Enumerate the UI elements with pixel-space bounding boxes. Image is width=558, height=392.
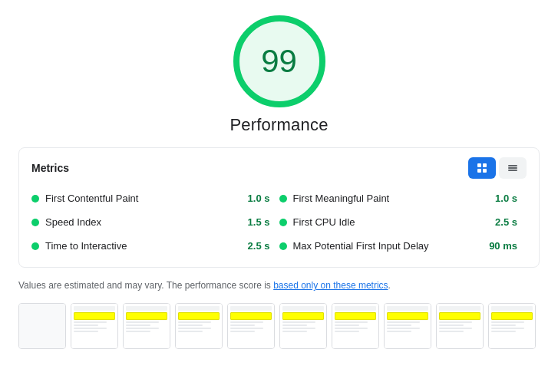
metric-name-fid: Max Potential First Input Delay [293, 240, 483, 252]
frame-line [491, 328, 524, 329]
metric-value-si: 1.5 s [241, 216, 279, 228]
frame-yellow [74, 312, 115, 320]
frame-line [282, 324, 307, 326]
list-icon [507, 162, 519, 174]
svg-rect-5 [508, 167, 517, 169]
frame-line [126, 321, 159, 323]
frame-header [178, 306, 220, 311]
metrics-grid: First Contentful Paint 1.0 s First Meani… [31, 186, 527, 258]
metric-value-fci: 2.5 s [488, 216, 527, 228]
filmstrip-frame-8 [436, 303, 484, 349]
frame-yellow [178, 312, 220, 320]
metric-value-fcp: 1.0 s [241, 193, 279, 204]
frame-line [126, 331, 150, 332]
frame-header [282, 306, 324, 311]
metric-name-tti: Time to Interactive [45, 240, 235, 252]
score-section: 99 Performance [18, 15, 540, 135]
metric-name-fci: First CPU Idle [293, 216, 483, 228]
frame-line [126, 328, 159, 329]
note-link[interactable]: based only on these metrics [273, 280, 388, 291]
frame-line [387, 324, 411, 326]
frame-header [491, 306, 533, 311]
metric-time-to-interactive: Time to Interactive 2.5 s [31, 234, 279, 258]
frame-line [282, 331, 307, 332]
frame-line [439, 324, 464, 326]
frame-yellow [491, 312, 533, 320]
frame-line [230, 321, 263, 323]
svg-rect-4 [508, 165, 517, 166]
metric-dot-tti [31, 242, 39, 250]
frame-line [74, 321, 107, 323]
frame-line [126, 324, 150, 326]
metric-first-meaningful-paint: First Meaningful Paint 1.0 s [279, 186, 527, 210]
filmstrip-frame-7 [384, 303, 431, 349]
frame-content-9 [489, 304, 535, 348]
frame-yellow [282, 312, 324, 320]
metric-speed-index: Speed Index 1.5 s [31, 210, 279, 234]
metric-dot-fmp [279, 195, 287, 203]
frame-line [282, 328, 315, 329]
filmstrip-frame-2 [123, 303, 170, 349]
frame-yellow [387, 312, 428, 320]
svg-rect-1 [483, 163, 487, 167]
svg-rect-3 [483, 169, 487, 173]
frame-line [491, 324, 516, 326]
frame-line [491, 331, 516, 332]
metric-first-cpu-idle: First CPU Idle 2.5 s [279, 210, 527, 234]
frame-line [335, 328, 368, 329]
frame-content-2 [124, 304, 170, 348]
note-after: . [388, 280, 391, 291]
filmstrip-frame-6 [332, 303, 379, 349]
filmstrip-frame-3 [175, 303, 223, 349]
frame-line [335, 321, 368, 323]
score-circle: 99 [233, 15, 325, 107]
metric-name-fmp: First Meaningful Paint [293, 193, 483, 204]
frame-content-3 [176, 304, 222, 348]
frame-line [387, 321, 420, 323]
metric-dot-fid [279, 242, 287, 250]
frame-content-6 [332, 304, 378, 348]
filmstrip [18, 303, 540, 349]
frame-line [387, 328, 420, 329]
frame-line [387, 331, 411, 332]
frame-content-1 [71, 304, 117, 348]
grid-view-button[interactable] [468, 157, 496, 179]
frame-yellow [439, 312, 480, 320]
view-toggle [468, 157, 527, 179]
frame-line [439, 331, 464, 332]
svg-rect-2 [477, 169, 481, 173]
frame-line [439, 321, 472, 323]
frame-line [74, 328, 107, 329]
frame-header [230, 306, 272, 311]
frame-yellow [230, 312, 272, 320]
grid-icon [476, 162, 488, 174]
frame-header [387, 306, 428, 311]
frame-line [178, 321, 211, 323]
frame-line [335, 331, 359, 332]
svg-rect-6 [508, 170, 517, 171]
frame-header [335, 306, 376, 311]
frame-line [230, 324, 255, 326]
frame-content-5 [280, 304, 326, 348]
frame-line [282, 321, 315, 323]
frame-line [491, 321, 524, 323]
filmstrip-frame-9 [488, 303, 536, 349]
frame-content-7 [385, 304, 431, 348]
frame-blank [19, 304, 65, 348]
list-view-button[interactable] [499, 157, 527, 179]
metric-dot-fcp [31, 195, 39, 203]
frame-line [178, 328, 211, 329]
filmstrip-frame-0 [18, 303, 66, 349]
metrics-header: Metrics [31, 157, 527, 179]
metric-name-si: Speed Index [45, 216, 235, 228]
metrics-title: Metrics [31, 162, 69, 174]
frame-line [439, 328, 472, 329]
filmstrip-frame-1 [71, 303, 118, 349]
frame-line [335, 324, 359, 326]
frame-line [74, 331, 98, 332]
frame-line [230, 328, 263, 329]
metric-value-fid: 90 ms [488, 240, 527, 252]
metric-max-potential-fid: Max Potential First Input Delay 90 ms [279, 234, 527, 258]
frame-header [126, 306, 167, 311]
metrics-section: Metrics First Conte [18, 147, 540, 268]
